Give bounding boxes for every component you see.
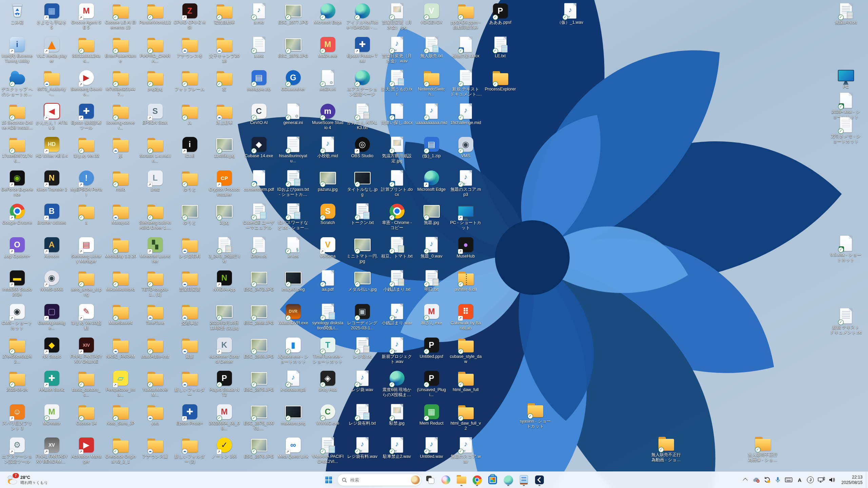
desktop-icon[interactable]: ◆✓Cubase 14.exe [243, 136, 275, 159]
desktop-icon[interactable]: ✓Cubase 14 [70, 404, 102, 426]
desktop-icon[interactable]: ✓明日.txt [415, 270, 448, 292]
desktop-icon[interactable]: ✓駐禁.jpg [381, 404, 413, 426]
desktop-icon[interactable]: ✓17cce509721746... [1, 136, 33, 164]
desktop-icon[interactable]: ✚↗Epson 接続診断ツール [70, 103, 102, 130]
desktop-icon[interactable]: ✓トークン.txt [346, 203, 378, 225]
desktop-icon[interactable]: ♪MP3✓無題のスコア.mp3 [450, 170, 482, 197]
desktop-icon[interactable]: ✎↗筆まめ Ver.33起動 [70, 303, 102, 331]
desktop-icon[interactable]: ▬↗Insta360 Studio 2024 [1, 270, 33, 297]
desktop-icon[interactable]: ✓utau0418e-inst [139, 337, 171, 359]
desktop-icon[interactable]: ◎↗OBS Studio [346, 136, 378, 159]
desktop-icon[interactable]: ☁アナウンス冬 [174, 36, 206, 59]
desktop-icon[interactable]: ▮✓JQuake.exe - ショートカット [277, 337, 309, 364]
desktop-icon[interactable]: ♪MP3✓k-sishou.mp3 [277, 370, 309, 392]
search-box[interactable] [337, 474, 421, 486]
desktop-icon[interactable]: S✓Scratch [312, 203, 344, 225]
desktop-icon[interactable]: ✚↗HALion Sonic [36, 370, 68, 392]
update-pending-icon[interactable] [762, 473, 772, 487]
desktop-icon[interactable]: ✓syasinn - ショートカット [519, 402, 551, 429]
desktop-icon[interactable]: ✓かんたん AITALK3.txt [346, 103, 378, 130]
desktop-icon[interactable]: ✓メダル払い.jpg [346, 270, 378, 292]
desktop-icon[interactable]: ▶↗Activation Manager [70, 437, 102, 464]
desktop-icon[interactable]: ✓無人販売.txt [415, 36, 448, 59]
widgets-button[interactable]: 7 28°C 晴れ時々くもり [3, 472, 51, 488]
desktop-icon[interactable]: ✓エアステーション設定ページ [346, 69, 378, 97]
desktop-icon[interactable]: ▲↗VLC media player [36, 36, 68, 64]
desktop-icon[interactable]: ✓営業日変更（月水金）.jpg [381, 3, 413, 30]
desktop-icon[interactable]: ✓html_daw_full [450, 370, 482, 392]
desktop-icon[interactable]: ✓makkuro.png [277, 404, 309, 426]
onedrive-error-icon[interactable] [751, 473, 761, 487]
desktop-icon[interactable]: ✓友 [208, 69, 240, 92]
jquake-tray-icon[interactable]: J [805, 473, 815, 487]
desktop-icon[interactable]: ✚↗Epson Photo+ Tool [346, 36, 378, 64]
desktop-icon[interactable]: ✓synology diskstation関係.t... [312, 303, 344, 331]
desktop-icon[interactable]: ✓Scratch 1.4.msi.in... [139, 136, 171, 164]
desktop-icon[interactable]: ✓MuseScore4 [104, 303, 137, 326]
desktop-icon[interactable]: ↗Microsoft Edge [415, 170, 448, 192]
desktop-icon[interactable]: C✓CeVIO AI [243, 103, 275, 125]
desktop-icon[interactable]: DVR✓iWatchDVR.exe [277, 303, 309, 326]
desktop-icon[interactable]: ✓iloveimg-conver... [104, 103, 137, 130]
desktop-icon[interactable]: ▢↗GamingIntellige... [36, 303, 68, 331]
desktop-icon[interactable]: ▚↗Minecraft Launcher [139, 237, 171, 264]
desktop-icon[interactable]: ✓Oneblock Original v2_2_1 [104, 437, 137, 464]
desktop-icon[interactable]: ✓筆まめ Ver.33 [70, 136, 102, 159]
desktop-icon[interactable]: P✓Untitled.ppsf [415, 337, 448, 359]
desktop-icon[interactable]: L↗Lhaz [139, 170, 171, 192]
desktop-icon[interactable]: ✓タイトルなし.jpg [346, 170, 378, 197]
desktop-icon[interactable]: ✓Cubase LE AI Elements 13 [104, 3, 137, 30]
desktop-icon[interactable]: ♪✓小校歌.mid [312, 136, 344, 159]
desktop-icon[interactable]: P✓(Unsaved_Plugi... [415, 370, 448, 398]
desktop-icon[interactable]: e✓consentform.pdf [243, 170, 275, 192]
desktop-icon[interactable]: ✓ESC_2876.JPG [243, 437, 275, 459]
desktop-icon[interactable]: ✓ESC_2869.JPG [243, 337, 275, 359]
taskbar-app-taskview[interactable] [423, 473, 437, 487]
desktop-icon[interactable]: ☁最新 [174, 337, 206, 359]
desktop-icon[interactable]: ♪✓uaaaaaaaaa.mid [415, 103, 448, 125]
desktop-icon[interactable]: ♪WAV✓レジ袋.wav [346, 370, 378, 392]
desktop-icon[interactable]: ∞↗Meta Quest Link [277, 437, 309, 459]
desktop-icon[interactable]: ☁TimeTune [139, 303, 171, 326]
desktop-icon[interactable]: M✓林さん.exe [415, 303, 448, 326]
desktop-icon[interactable]: ⚙✓general.ini [277, 103, 309, 125]
desktop-icon[interactable]: ♪WAV✓営業日変更（月水金）.wav [381, 36, 413, 64]
desktop-icon[interactable]: ◉↗CMS - ショートカット [1, 303, 33, 331]
ime-mode-indicator[interactable]: A [794, 473, 805, 487]
desktop-icon[interactable]: ♪WAV✓レジ袋有料.wav [346, 437, 378, 459]
taskbar-app-store[interactable] [486, 473, 499, 487]
desktop-icon[interactable]: ↗Google Chrome [1, 203, 33, 225]
start-button[interactable] [322, 473, 335, 487]
desktop-icon[interactable]: HD↗HD Writer AE 5.4 [36, 136, 68, 159]
microphone-icon[interactable] [773, 473, 783, 487]
desktop-icon[interactable]: P✓Piapro Studio NT2 [208, 370, 240, 398]
desktop-icon[interactable]: ✓html_daw_full_v2 [450, 404, 482, 431]
desktop-icon[interactable]: ✓新規 テキスト ドキュメント.txt [830, 308, 862, 335]
desktop-icon[interactable]: ↗PC - ショートカット [450, 203, 482, 230]
desktop-icon[interactable]: ✓幸憲 - Chrome - コピー [381, 203, 413, 230]
desktop-icon[interactable]: ✓image0.jpeg [277, 270, 309, 292]
desktop-icon[interactable]: ✓ゆうと [174, 203, 206, 225]
desktop-icon[interactable]: A↗Artroom [36, 237, 68, 259]
desktop-icon[interactable]: ✓ESC_2868.JPG [243, 303, 275, 326]
desktop-icon[interactable]: ✓ProcessExplorer [484, 69, 516, 92]
desktop-icon[interactable]: ✓2.jpg [208, 203, 240, 225]
desktop-icon[interactable]: ✓aero_arrow_xl.png [70, 270, 102, 297]
desktop-icon[interactable]: K↗eLicenser Control Center [208, 337, 240, 364]
desktop-icon[interactable]: W✓間違い探し.docx [381, 103, 413, 125]
desktop-icon[interactable]: ▤✓badapple.zip [243, 69, 275, 92]
desktop-icon[interactable]: ✓フォトフレーム [174, 69, 206, 92]
taskbar-app-cubase[interactable] [533, 473, 546, 487]
desktop-icon[interactable]: ✓15 Seconds Online ADB Installer an... [1, 103, 33, 130]
desktop-icon[interactable]: ✓楽天 買うもの.txt [381, 69, 413, 97]
desktop-icon[interactable]: V↗VoiSona [312, 237, 344, 259]
desktop-icon[interactable]: ☁Masayuki [104, 203, 137, 225]
desktop-icon[interactable]: ✓83011dbd124a4... [70, 36, 102, 64]
desktop-icon[interactable]: ✓震度6弱 現地からのX投稿まとめ [381, 370, 413, 398]
taskbar-app-explorer[interactable] [455, 473, 468, 487]
show-desktop-button[interactable] [866, 472, 868, 488]
desktop-icon[interactable]: ✓YukkuriMovieM... [139, 370, 171, 398]
desktop-icon[interactable]: ✓LE.txt [484, 36, 516, 59]
desktop-icon[interactable]: C✓WWWC.exe [312, 404, 344, 426]
desktop-icon[interactable]: N↗NVIDIA App [208, 270, 240, 292]
